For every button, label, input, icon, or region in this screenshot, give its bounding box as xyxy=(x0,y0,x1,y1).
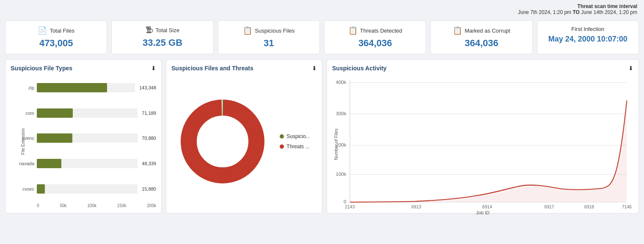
x-tick: 0 xyxy=(37,203,39,208)
svg-text:6917: 6917 xyxy=(544,204,554,209)
bar-track xyxy=(37,159,138,168)
donut-area: Suspicio... Threats ... xyxy=(171,75,317,208)
x-tick: 50k xyxy=(60,203,66,208)
x-tick: 200k xyxy=(147,203,156,208)
total-files-title: Total Files xyxy=(50,28,74,34)
line-chart-svg: 400k 300k 200k 100k 0 Number of Files xyxy=(332,75,633,209)
bar-label: navada xyxy=(17,161,34,166)
total-files-icon: 📄 xyxy=(38,26,47,35)
svg-point-2 xyxy=(197,116,248,167)
bar-chart: zip 143,348 com 71,189 cvenc 70,880 nava… xyxy=(17,75,156,202)
first-infection-value: May 24, 2000 10:07:00 xyxy=(548,35,627,44)
total-size-title: Total Size xyxy=(156,27,179,33)
legend-suspicious-label: Suspicio... xyxy=(286,133,310,139)
stat-card-suspicious-files: 📋 Suspicious Files 31 xyxy=(218,20,320,54)
panel-sft-title: Suspicious File Types xyxy=(11,65,72,72)
bar-track xyxy=(37,184,138,194)
bar-track xyxy=(37,108,138,118)
svg-text:2143: 2143 xyxy=(345,204,355,209)
bar-value: 15,880 xyxy=(142,186,156,191)
x-axis: 050k100k150k200k xyxy=(17,203,156,208)
stat-card-marked-corrupt: 📋 Marked as Corrupt 364,036 xyxy=(430,20,532,54)
panel-suspicious-file-types: Suspicious File Types ⬇ File Extension z… xyxy=(5,59,162,214)
bar-fill xyxy=(37,133,72,143)
bar-value: 70,880 xyxy=(142,136,156,141)
svg-text:6914: 6914 xyxy=(482,204,492,209)
panel-sa-title: Suspicious Activity xyxy=(332,65,387,72)
panels-row: Suspicious File Types ⬇ File Extension z… xyxy=(0,58,644,219)
stat-cards-row: 📄 Total Files 473,005 🗜 Total Size 33.25… xyxy=(0,17,644,58)
bar-label: com xyxy=(17,111,34,116)
stat-card-threats-detected: 📋 Threats Detected 364,036 xyxy=(324,20,426,54)
suspicious-files-icon: 📋 xyxy=(243,26,252,35)
scan-time-label: Threat scan time interval xyxy=(578,3,637,9)
bar-fill xyxy=(37,159,61,168)
legend-suspicious: Suspicio... xyxy=(280,133,310,139)
stat-card-total-files: 📄 Total Files 473,005 xyxy=(5,20,107,54)
marked-corrupt-icon: 📋 xyxy=(453,26,462,35)
marked-corrupt-value: 364,036 xyxy=(465,38,498,49)
bar-label: cvsec xyxy=(17,186,34,191)
bar-fill xyxy=(37,108,73,118)
svg-text:6913: 6913 xyxy=(411,204,421,209)
panel-suspicious-files-threats: Suspicious Files and Threats ⬇ Suspicio.… xyxy=(166,59,322,214)
legend-threats-dot xyxy=(280,144,284,149)
line-chart-wrapper: 400k 300k 200k 100k 0 Number of Files xyxy=(332,75,633,209)
donut-legend: Suspicio... Threats ... xyxy=(280,133,310,150)
suspicious-files-value: 31 xyxy=(264,38,274,49)
threats-detected-value: 364,036 xyxy=(358,38,392,49)
panel-sft2-title: Suspicious Files and Threats xyxy=(171,65,253,72)
bar-track xyxy=(37,83,135,92)
threats-detected-icon: 📋 xyxy=(348,26,358,35)
sft-y-axis-label: File Extension xyxy=(21,128,25,155)
bar-row: cvenc 70,880 xyxy=(17,133,156,143)
bar-fill xyxy=(37,184,45,194)
x-tick: 150k xyxy=(117,203,127,208)
legend-threats-label: Threats ... xyxy=(286,144,309,150)
svg-text:0: 0 xyxy=(344,199,346,204)
sft2-download-icon[interactable]: ⬇ xyxy=(312,65,317,72)
bar-value: 143,348 xyxy=(139,85,156,90)
total-size-icon: 🗜 xyxy=(146,26,153,35)
legend-suspicious-dot xyxy=(280,134,284,139)
bar-label: cvenc xyxy=(17,136,34,141)
legend-threats: Threats ... xyxy=(280,144,310,150)
marked-corrupt-title: Marked as Corrupt xyxy=(465,28,510,34)
svg-text:6918: 6918 xyxy=(584,204,594,209)
svg-text:7146: 7146 xyxy=(622,204,632,209)
bar-row: com 71,189 xyxy=(17,108,156,118)
bar-row: zip 143,348 xyxy=(17,83,156,92)
top-bar: Threat scan time interval June 7th 2024,… xyxy=(0,0,644,17)
bar-row: navada 48,339 xyxy=(17,159,156,168)
svg-text:300k: 300k xyxy=(336,111,347,116)
scan-range: June 7th 2024, 1:20 pm TO June 14th 2024… xyxy=(518,9,637,15)
total-size-value: 33.25 GB xyxy=(143,37,182,48)
stat-card-first-infection: First Infection May 24, 2000 10:07:00 xyxy=(537,20,639,54)
sa-download-icon[interactable]: ⬇ xyxy=(628,65,633,72)
first-infection-title: First Infection xyxy=(571,26,604,32)
sft-download-icon[interactable]: ⬇ xyxy=(151,65,156,72)
threats-detected-title: Threats Detected xyxy=(360,28,402,34)
x-tick: 100k xyxy=(87,203,96,208)
svg-text:100k: 100k xyxy=(336,172,347,177)
bar-value: 71,189 xyxy=(142,111,156,116)
svg-text:Number of Files: Number of Files xyxy=(333,129,339,161)
bar-track xyxy=(37,133,138,143)
bar-row: cvsec 15,880 xyxy=(17,184,156,194)
svg-text:400k: 400k xyxy=(336,80,347,85)
bar-label: zip xyxy=(17,85,34,90)
sa-x-axis-label: Job ID xyxy=(332,210,633,215)
suspicious-files-title: Suspicious Files xyxy=(255,28,294,34)
bar-fill xyxy=(37,83,107,92)
panel-suspicious-activity: Suspicious Activity ⬇ 400k 300k 200k 100… xyxy=(327,59,639,214)
total-files-value: 473,005 xyxy=(39,38,73,49)
donut-chart xyxy=(178,97,267,186)
stat-card-total-size: 🗜 Total Size 33.25 GB xyxy=(111,20,213,54)
bar-value: 48,339 xyxy=(142,161,156,166)
